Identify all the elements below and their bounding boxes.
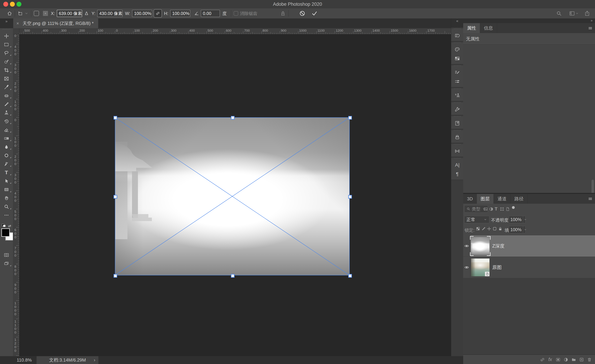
tab-paths[interactable]: 路径 xyxy=(510,194,527,204)
toolbar-header[interactable]: » xyxy=(0,18,13,28)
tab-info[interactable]: 信息 xyxy=(480,23,497,33)
status-chevron-icon[interactable]: › xyxy=(94,357,95,363)
share-icon[interactable] xyxy=(584,10,590,16)
tool-preset-chevron-icon[interactable] xyxy=(24,11,28,15)
dodge-tool[interactable] xyxy=(0,151,13,160)
warp-mode-toggle-icon[interactable] xyxy=(280,10,286,16)
canvas-area[interactable]: 5004003002001000100200300400500600700800… xyxy=(13,28,451,356)
clone-stamp-tool[interactable] xyxy=(0,108,13,117)
dock-collapse-icon[interactable]: » xyxy=(591,18,593,22)
document-info[interactable]: 文档:3.14M/6.29M › xyxy=(36,356,98,364)
frame-tool[interactable] xyxy=(0,74,13,83)
clone-source-panel-icon[interactable] xyxy=(451,91,463,100)
color-panel-icon[interactable] xyxy=(451,45,463,54)
brush-tool[interactable] xyxy=(0,100,13,108)
transform-handle-top-right[interactable] xyxy=(348,116,352,119)
blur-tool[interactable] xyxy=(0,143,13,151)
panel-menu-icon[interactable] xyxy=(588,26,593,30)
tab-channels[interactable]: 通道 xyxy=(494,194,510,204)
antialias-checkbox[interactable] xyxy=(234,11,238,16)
blend-mode-dropdown[interactable]: 正常 xyxy=(464,216,489,223)
history-brush-tool[interactable] xyxy=(0,117,13,126)
document-tab[interactable]: × 天空.png @ 111% (Z深度, RGB/8) * xyxy=(13,18,98,28)
layer-visibility-eye-icon[interactable] xyxy=(463,235,470,257)
filter-pixel-layers-icon[interactable] xyxy=(483,207,488,211)
transform-handle-bottom-center[interactable] xyxy=(231,274,234,278)
paragraph-panel-icon[interactable]: ¶ xyxy=(451,169,463,179)
reference-point-grid-icon[interactable] xyxy=(42,10,48,16)
lock-position-icon[interactable] xyxy=(487,226,491,231)
layer-visibility-eye-icon[interactable] xyxy=(463,257,470,278)
reference-point-checkbox[interactable] xyxy=(34,11,39,16)
toolbar-expand-icon[interactable]: » xyxy=(5,19,7,24)
new-group-folder-icon[interactable] xyxy=(570,357,578,362)
transform-handle-bottom-left[interactable] xyxy=(113,274,117,278)
link-layers-icon[interactable] xyxy=(538,357,546,362)
transform-handle-top-left[interactable] xyxy=(113,116,117,119)
filter-type-layers-icon[interactable]: T xyxy=(495,206,497,212)
zoom-level-field[interactable]: 110.8% xyxy=(17,357,32,363)
eraser-tool[interactable] xyxy=(0,126,13,134)
type-tool[interactable]: T xyxy=(0,168,13,177)
fill-field[interactable]: 100% xyxy=(509,226,525,233)
chevron-down-icon[interactable] xyxy=(575,12,579,15)
lock-pixels-icon[interactable] xyxy=(481,226,486,231)
close-tab-icon[interactable]: × xyxy=(16,21,19,26)
filter-smart-objects-icon[interactable] xyxy=(505,207,510,211)
layer-name[interactable]: 原图 xyxy=(492,264,502,271)
tab-3d[interactable]: 3D xyxy=(463,194,477,204)
rotation-angle-field[interactable]: 0.00 xyxy=(201,10,220,17)
screen-mode-button[interactable] xyxy=(0,259,13,268)
add-layer-mask-icon[interactable] xyxy=(554,357,562,362)
brushes-panel-icon[interactable] xyxy=(451,77,463,86)
eyedropper-tool[interactable] xyxy=(0,83,13,91)
layer-row-zdepth[interactable]: Z深度 xyxy=(463,235,595,257)
healing-brush-tool[interactable] xyxy=(0,91,13,100)
zoom-tool[interactable] xyxy=(0,202,13,211)
ruler-vertical[interactable]: 5004003002001000100200300400500600700800… xyxy=(13,34,19,356)
filter-shape-layers-icon[interactable] xyxy=(500,207,504,211)
transform-handle-top-center[interactable] xyxy=(231,116,234,119)
path-selection-tool[interactable] xyxy=(0,177,13,185)
search-icon[interactable] xyxy=(556,10,562,16)
quick-selection-tool[interactable] xyxy=(0,57,13,66)
brush-settings-panel-icon[interactable] xyxy=(451,68,463,77)
layer-name[interactable]: Z深度 xyxy=(492,243,505,249)
hand-tool[interactable] xyxy=(0,194,13,202)
free-transform-tool-icon[interactable] xyxy=(17,11,23,16)
default-colors-icon[interactable] xyxy=(2,224,6,227)
crop-tool[interactable] xyxy=(0,66,13,74)
maintain-aspect-ratio-link-button[interactable] xyxy=(154,9,162,18)
lock-all-icon[interactable] xyxy=(498,226,503,231)
workspace-switcher-icon[interactable] xyxy=(569,10,575,17)
height-scale-field[interactable]: 100.00% xyxy=(170,10,190,17)
swap-colors-icon[interactable]: ⇄ xyxy=(8,224,11,228)
edit-toolbar-ellipsis-icon[interactable] xyxy=(0,211,13,219)
glyphs-panel-icon[interactable] xyxy=(451,133,463,142)
opacity-field[interactable]: 100% xyxy=(509,216,525,223)
ruler-corner[interactable] xyxy=(13,28,19,34)
panel-menu-icon[interactable] xyxy=(588,196,593,201)
transform-handle-mid-left[interactable] xyxy=(113,195,117,199)
lock-artboard-icon[interactable] xyxy=(492,226,497,231)
tool-presets-panel-icon[interactable] xyxy=(451,105,463,114)
ruler-horizontal[interactable]: 5004003002001000100200300400500600700800… xyxy=(13,28,451,34)
cancel-transform-button[interactable] xyxy=(299,10,305,17)
layer-styles-fx-icon[interactable]: fx xyxy=(546,357,554,362)
lasso-tool[interactable] xyxy=(0,49,13,57)
transform-handle-mid-right[interactable] xyxy=(348,195,352,199)
foreground-color-swatch[interactable] xyxy=(1,228,10,237)
gradient-tool[interactable] xyxy=(0,134,13,143)
dock-collapse-button[interactable]: » xyxy=(463,18,595,23)
strip-collapse-icon[interactable]: « xyxy=(456,19,458,28)
width-scale-field[interactable]: 100.00% xyxy=(132,10,152,17)
filter-adjustment-layers-icon[interactable] xyxy=(489,207,494,211)
new-layer-icon[interactable] xyxy=(578,357,585,362)
relative-position-delta-icon[interactable]: Δ xyxy=(85,11,88,16)
new-adjustment-layer-icon[interactable] xyxy=(562,357,570,362)
y-position-field[interactable]: 430.00 像素 xyxy=(97,10,123,17)
tab-properties[interactable]: 属性 xyxy=(463,23,480,33)
lock-transparency-icon[interactable] xyxy=(476,226,480,231)
libraries-panel-icon[interactable] xyxy=(451,119,463,128)
pen-tool[interactable] xyxy=(0,160,13,168)
